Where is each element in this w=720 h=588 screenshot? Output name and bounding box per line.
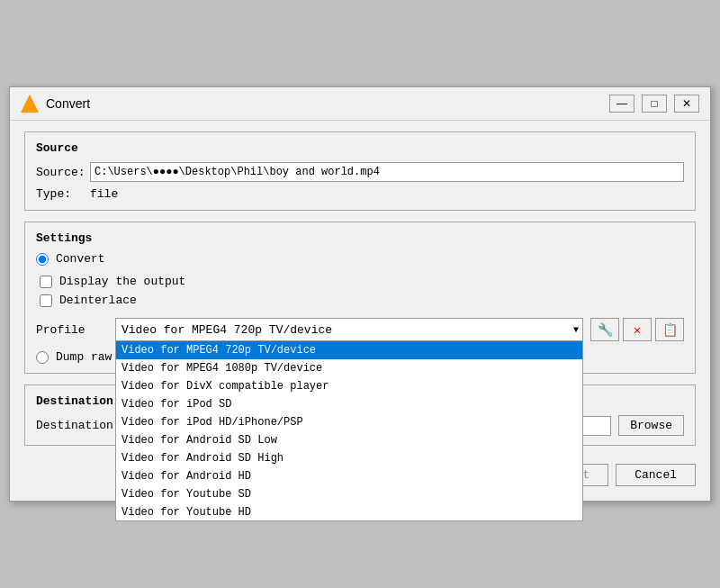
- new-profile-button[interactable]: 📋: [655, 318, 684, 341]
- source-field-label: Source:: [36, 166, 90, 179]
- source-section-title: Source: [36, 141, 684, 155]
- profile-selected-text: Video for MPEG4 720p TV/device: [122, 323, 332, 337]
- cancel-button[interactable]: Cancel: [616, 464, 696, 486]
- profile-select[interactable]: Video for MPEG4 720p TV/device ▼: [115, 318, 583, 341]
- convert-label: Convert: [56, 252, 105, 266]
- dropdown-arrow-icon: ▼: [573, 325, 579, 335]
- window-title: Convert: [46, 96, 90, 111]
- settings-section-title: Settings: [36, 231, 684, 245]
- type-label: Type:: [36, 187, 90, 201]
- deinterlace-row: Deinterlace: [40, 294, 684, 307]
- dropdown-item[interactable]: Video for Android HD: [116, 467, 582, 485]
- convert-radio[interactable]: [36, 253, 49, 266]
- source-section: Source Source: Type: file: [24, 131, 696, 211]
- display-output-checkbox[interactable]: [40, 276, 52, 288]
- profile-row: Profile Video for MPEG4 720p TV/device ▼…: [36, 318, 684, 341]
- display-output-row: Display the output: [40, 275, 684, 288]
- delete-profile-button[interactable]: ✕: [623, 318, 652, 341]
- vlc-icon: [21, 95, 39, 113]
- dropdown-item[interactable]: Video for Android SD Low: [116, 431, 582, 449]
- type-value: file: [90, 187, 118, 201]
- dropdown-item[interactable]: Video for iPod HD/iPhone/PSP: [116, 413, 582, 431]
- dropdown-item[interactable]: Video for Youtube SD: [116, 485, 582, 503]
- browse-button[interactable]: Browse: [618, 415, 684, 436]
- title-bar-left: Convert: [21, 95, 90, 113]
- deinterlace-label: Deinterlace: [59, 294, 137, 307]
- dropdown-item[interactable]: Video for MPEG4 1080p TV/device: [116, 359, 582, 377]
- source-input[interactable]: [90, 162, 684, 182]
- source-row: Source:: [36, 162, 684, 182]
- title-bar: Convert — □ ✕: [10, 87, 710, 121]
- edit-profile-button[interactable]: 🔧: [590, 318, 619, 341]
- profile-select-wrapper: Video for MPEG4 720p TV/device ▼ Video f…: [115, 318, 583, 341]
- deinterlace-checkbox[interactable]: [40, 294, 52, 307]
- profile-label: Profile: [36, 323, 108, 337]
- convert-radio-row: Convert: [36, 252, 684, 266]
- display-output-label: Display the output: [59, 275, 185, 288]
- close-button[interactable]: ✕: [674, 95, 699, 113]
- dropdown-item[interactable]: Video for DivX compatible player: [116, 377, 582, 395]
- minimize-button[interactable]: —: [609, 95, 634, 113]
- window-content: Source Source: Type: file Settings Conve…: [10, 121, 710, 501]
- profile-dropdown-list[interactable]: Video for MPEG4 720p TV/deviceVideo for …: [115, 341, 583, 521]
- type-row: Type: file: [36, 187, 684, 201]
- maximize-button[interactable]: □: [642, 95, 667, 113]
- dropdown-item[interactable]: Video for iPod SD: [116, 395, 582, 413]
- dump-raw-radio[interactable]: [36, 351, 49, 364]
- dropdown-item[interactable]: Video for MPEG4 720p TV/device: [116, 341, 582, 359]
- dropdown-item[interactable]: Video for Android SD High: [116, 449, 582, 467]
- settings-section: Settings Convert Display the output Dein…: [24, 222, 696, 374]
- dropdown-item[interactable]: Video for Youtube HD: [116, 503, 582, 521]
- title-bar-controls: — □ ✕: [609, 95, 699, 113]
- convert-window: Convert — □ ✕ Source Source: Type: file …: [9, 86, 711, 502]
- profile-action-buttons: 🔧 ✕ 📋: [590, 318, 684, 341]
